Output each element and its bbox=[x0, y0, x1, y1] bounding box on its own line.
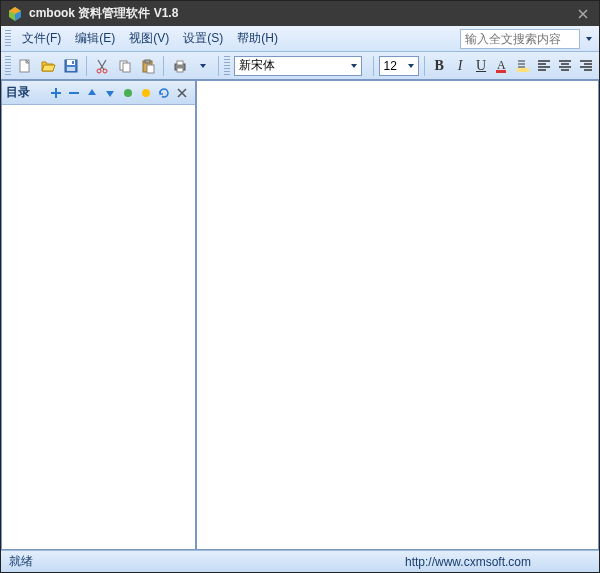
toolbar: 新宋体 12 B I U A bbox=[1, 52, 599, 80]
svg-rect-17 bbox=[177, 68, 183, 72]
toolbar-grip2 bbox=[224, 56, 230, 76]
svg-rect-19 bbox=[496, 70, 506, 73]
refresh-button[interactable] bbox=[156, 85, 172, 101]
menu-view[interactable]: 视图(V) bbox=[122, 27, 176, 50]
menu-edit[interactable]: 编辑(E) bbox=[68, 27, 122, 50]
font-name-select[interactable]: 新宋体 bbox=[234, 56, 362, 76]
sidebar: 目录 bbox=[2, 81, 197, 549]
close-button[interactable] bbox=[573, 5, 593, 23]
italic-button[interactable]: I bbox=[451, 56, 470, 76]
app-logo-icon bbox=[7, 6, 23, 22]
paste-button[interactable] bbox=[138, 55, 159, 77]
svg-point-22 bbox=[142, 89, 150, 97]
titlebar: cmbook 资料管理软件 V1.8 bbox=[1, 1, 599, 26]
font-name-value: 新宋体 bbox=[239, 57, 275, 74]
svg-text:A: A bbox=[497, 58, 506, 72]
svg-rect-6 bbox=[72, 61, 74, 64]
node-green-button[interactable] bbox=[120, 85, 136, 101]
sidebar-title: 目录 bbox=[6, 84, 30, 101]
font-size-value: 12 bbox=[384, 59, 397, 73]
svg-point-21 bbox=[124, 89, 132, 97]
svg-rect-13 bbox=[145, 60, 150, 63]
search-input[interactable] bbox=[461, 32, 579, 46]
content-area: 目录 bbox=[1, 80, 599, 550]
status-text: 就绪 bbox=[9, 553, 33, 570]
editor-area[interactable] bbox=[197, 81, 598, 549]
menubar: 文件(F) 编辑(E) 视图(V) 设置(S) 帮助(H) bbox=[1, 26, 599, 52]
align-left-button[interactable] bbox=[534, 56, 553, 76]
cut-button[interactable] bbox=[92, 55, 113, 77]
menu-settings[interactable]: 设置(S) bbox=[176, 27, 230, 50]
sidebar-header: 目录 bbox=[2, 81, 195, 105]
chevron-down-icon bbox=[408, 64, 414, 68]
move-down-button[interactable] bbox=[102, 85, 118, 101]
tree-view[interactable] bbox=[2, 105, 195, 549]
menubar-grip bbox=[5, 30, 11, 48]
menu-file[interactable]: 文件(F) bbox=[15, 27, 68, 50]
move-up-button[interactable] bbox=[84, 85, 100, 101]
chevron-down-icon bbox=[351, 64, 357, 68]
copy-button[interactable] bbox=[115, 55, 136, 77]
font-color-button[interactable]: A bbox=[493, 56, 512, 76]
status-url: http://www.cxmsoft.com bbox=[405, 555, 531, 569]
menu-help[interactable]: 帮助(H) bbox=[230, 27, 285, 50]
highlight-button[interactable] bbox=[513, 56, 532, 76]
delete-button[interactable] bbox=[174, 85, 190, 101]
font-size-select[interactable]: 12 bbox=[379, 56, 419, 76]
svg-rect-14 bbox=[147, 65, 154, 73]
underline-button[interactable]: U bbox=[472, 56, 491, 76]
node-yellow-button[interactable] bbox=[138, 85, 154, 101]
align-center-button[interactable] bbox=[555, 56, 574, 76]
svg-rect-16 bbox=[177, 61, 183, 65]
toolbar-grip bbox=[5, 56, 11, 76]
svg-point-8 bbox=[97, 69, 101, 73]
print-button[interactable] bbox=[169, 55, 190, 77]
svg-rect-7 bbox=[67, 67, 75, 71]
statusbar: 就绪 http://www.cxmsoft.com bbox=[1, 550, 599, 572]
window-title: cmbook 资料管理软件 V1.8 bbox=[29, 5, 573, 22]
open-button[interactable] bbox=[37, 55, 58, 77]
search-box[interactable] bbox=[460, 29, 580, 49]
svg-rect-11 bbox=[123, 63, 130, 72]
align-right-button[interactable] bbox=[576, 56, 595, 76]
add-node-button[interactable] bbox=[48, 85, 64, 101]
bold-button[interactable]: B bbox=[430, 56, 449, 76]
svg-point-9 bbox=[103, 69, 107, 73]
remove-node-button[interactable] bbox=[66, 85, 82, 101]
new-button[interactable] bbox=[15, 55, 36, 77]
svg-rect-20 bbox=[517, 68, 529, 72]
save-button[interactable] bbox=[60, 55, 81, 77]
search-dropdown[interactable] bbox=[583, 33, 595, 45]
print-dropdown[interactable] bbox=[192, 55, 213, 77]
app-window: cmbook 资料管理软件 V1.8 文件(F) 编辑(E) 视图(V) 设置(… bbox=[0, 0, 600, 573]
